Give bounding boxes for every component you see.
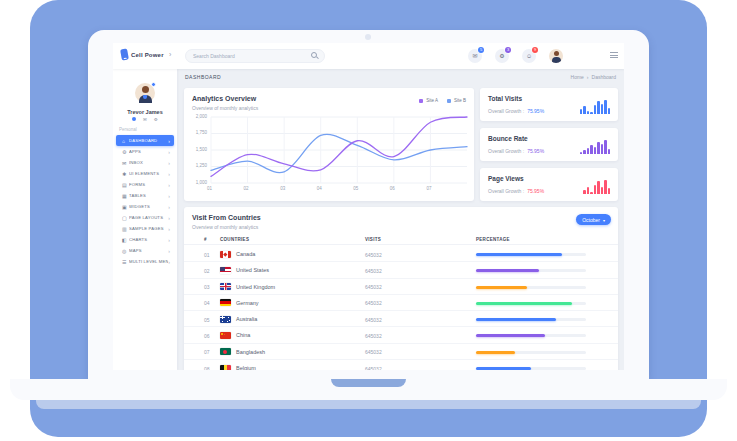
- row-number: 04: [204, 300, 210, 306]
- bar: [583, 190, 586, 194]
- sidebar-item-sample-pages[interactable]: ▥SAMPLE PAGES›: [116, 223, 174, 234]
- x-axis-tick: 03: [280, 186, 285, 191]
- sidebar-item-multi-level-menu[interactable]: ☰MULTI LEVEL MENU›: [116, 256, 174, 267]
- menu-icon: ☰: [122, 259, 129, 265]
- page-views-card: Page ViewsOverall Growth :75.95%: [480, 168, 618, 201]
- sidebar-item-apps[interactable]: ⚙APPS›: [116, 146, 174, 157]
- sidebar-collapse-icon[interactable]: ›: [169, 50, 171, 60]
- bar: [601, 104, 604, 114]
- breadcrumb-separator-icon: [587, 74, 589, 80]
- bar: [601, 187, 604, 194]
- country-name: Belgium: [236, 365, 256, 370]
- settings-icon[interactable]: ⚙3: [495, 49, 509, 63]
- progress-fill: [476, 367, 531, 370]
- bar: [587, 111, 590, 114]
- menu-section-label: Personal: [119, 127, 137, 132]
- sidebar-item-label: SAMPLE PAGES: [129, 226, 168, 231]
- bar: [608, 149, 611, 154]
- sidebar-item-label: UI ELEMENTS: [129, 171, 168, 176]
- total-visits-title: Total Visits: [488, 95, 522, 102]
- progress-fill: [476, 286, 527, 289]
- us-flag-icon: [220, 267, 231, 274]
- notification-badge: 3: [505, 47, 511, 53]
- topbar: Cell Power › ✉5⚙3☺9: [113, 43, 624, 69]
- ui-icon: ✱: [122, 171, 129, 177]
- progress-fill: [476, 269, 539, 272]
- sidebar-avatar[interactable]: [135, 83, 155, 103]
- bounce-rate-title: Bounce Rate: [488, 135, 528, 142]
- user-notification-icon[interactable]: ☺9: [522, 49, 536, 63]
- sidebar-item-inbox[interactable]: ✉INBOX›: [116, 157, 174, 168]
- countries-card: Visit From Countries Overview of monthly…: [184, 207, 618, 370]
- status-icon[interactable]: [132, 117, 136, 121]
- country-name: Australia: [236, 316, 257, 322]
- country-name: United States: [236, 267, 269, 273]
- progress-track: [476, 367, 586, 370]
- progress-track: [476, 302, 586, 305]
- chevron-right-icon: ›: [168, 182, 170, 188]
- bar: [580, 152, 583, 154]
- table-row: 05Australia645032: [184, 311, 618, 327]
- mail-icon[interactable]: ✉5: [468, 49, 482, 63]
- bar: [604, 180, 607, 194]
- laptop-notch: [331, 379, 406, 387]
- inbox-icon: ✉: [122, 160, 129, 166]
- row-number: 06: [204, 333, 210, 339]
- search-icon[interactable]: [311, 52, 319, 60]
- bar: [583, 150, 586, 154]
- progress-track: [476, 334, 586, 337]
- bar: [597, 101, 600, 114]
- mail-icon[interactable]: ✉: [143, 117, 147, 123]
- breadcrumb-current[interactable]: Dashboard: [592, 74, 616, 80]
- sidebar-item-label: DASHBOARD: [129, 138, 168, 143]
- avatar-figure-body: [139, 95, 152, 103]
- column-header: VISITS: [365, 237, 381, 242]
- table-row: 08Belgium645032: [184, 360, 618, 370]
- page-title: DASHBOARD: [185, 74, 221, 80]
- brand[interactable]: Cell Power: [121, 49, 164, 60]
- bar: [590, 112, 593, 114]
- bar: [604, 140, 607, 154]
- menu-icon[interactable]: [610, 52, 618, 60]
- apps-icon: ⚙: [122, 149, 129, 155]
- settings-icon[interactable]: ⚙: [154, 117, 158, 123]
- charts-icon: ◧: [122, 237, 129, 243]
- bar: [608, 188, 611, 194]
- countries-subtitle: Overview of monthly analytics: [192, 224, 258, 230]
- sidebar-item-charts[interactable]: ◧CHARTS›: [116, 234, 174, 245]
- sidebar-item-label: WIDGETS: [129, 204, 168, 209]
- de-flag-icon: [220, 299, 231, 306]
- page-views-title: Page Views: [488, 175, 524, 182]
- column-header: PERCENTAGE: [476, 237, 510, 242]
- search-input[interactable]: [186, 53, 311, 59]
- online-status-icon: [151, 82, 156, 87]
- maps-icon: ◎: [122, 248, 129, 254]
- user-notification-icon-glyph: ☺: [526, 53, 532, 59]
- sidebar-item-dashboard[interactable]: ⌂DASHBOARD›: [116, 135, 174, 146]
- bar: [590, 192, 593, 194]
- sidebar-item-widgets[interactable]: ▣WIDGETS›: [116, 201, 174, 212]
- sidebar-item-forms[interactable]: ▤FORMS›: [116, 179, 174, 190]
- sidebar-item-maps[interactable]: ◎MAPS›: [116, 245, 174, 256]
- gb-flag-icon: [220, 283, 231, 290]
- sidebar-item-ui-elements[interactable]: ✱UI ELEMENTS›: [116, 168, 174, 179]
- table-row: 04Germany645032: [184, 295, 618, 311]
- notification-badge: 9: [532, 47, 538, 53]
- sidebar-item-label: FORMS: [129, 182, 168, 187]
- breadcrumb-home[interactable]: Home: [571, 74, 584, 80]
- table-row: 02United States645032: [184, 262, 618, 278]
- sidebar-item-page-layouts[interactable]: ▢PAGE LAYOUTS›: [116, 212, 174, 223]
- sidebar-item-tables[interactable]: ▦TABLES›: [116, 190, 174, 201]
- bar: [587, 187, 590, 194]
- laptop-camera-icon: [365, 34, 371, 40]
- month-filter-button[interactable]: October: [576, 214, 611, 225]
- table-row: 06China645032: [184, 327, 618, 343]
- chevron-right-icon: ›: [168, 138, 170, 144]
- layouts-icon: ▢: [122, 215, 129, 221]
- user-avatar[interactable]: [549, 49, 563, 63]
- bar: [604, 100, 607, 114]
- bar: [597, 181, 600, 194]
- bd-flag-icon: [220, 348, 231, 355]
- month-filter-label: October: [582, 217, 600, 223]
- country-name: Bangladesh: [236, 349, 265, 355]
